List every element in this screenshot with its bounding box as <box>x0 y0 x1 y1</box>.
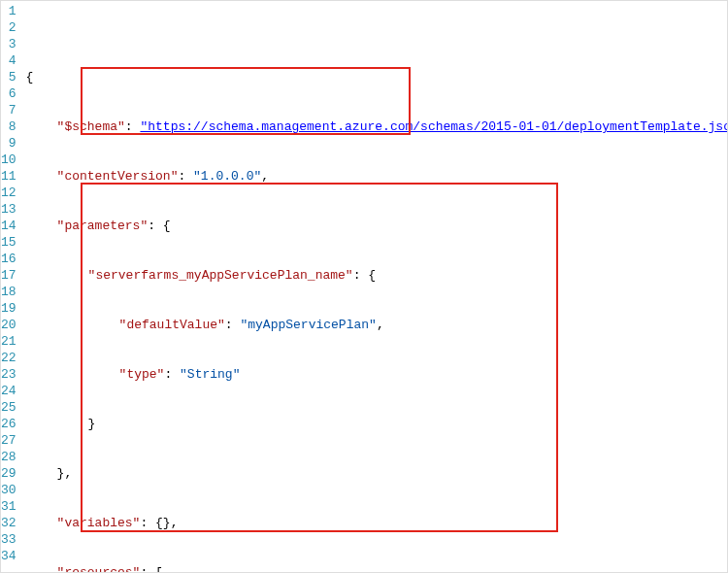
code-content[interactable]: { "$schema": "https://schema.management.… <box>26 1 728 572</box>
code-line: }, <box>26 465 728 482</box>
code-line: "defaultValue": "myAppServicePlan", <box>26 317 728 333</box>
line-number: 17 <box>1 267 17 284</box>
line-number: 25 <box>1 399 17 416</box>
line-number: 3 <box>1 36 17 52</box>
line-number: 2 <box>1 19 17 36</box>
line-number: 32 <box>1 515 17 531</box>
line-number: 33 <box>1 531 17 548</box>
line-number-gutter: 1 2 3 4 5 6 7 8 9 10 11 12 13 14 15 16 1… <box>1 1 26 572</box>
line-number: 27 <box>1 432 17 449</box>
line-number: 4 <box>1 52 17 69</box>
code-line: { <box>26 69 728 85</box>
code-line: "variables": {}, <box>26 515 728 531</box>
line-number: 31 <box>1 498 17 515</box>
code-line: "$schema": "https://schema.management.az… <box>26 118 728 135</box>
line-number: 30 <box>1 482 17 498</box>
line-number: 7 <box>1 102 17 118</box>
line-number: 13 <box>1 201 17 218</box>
line-number: 6 <box>1 85 17 102</box>
line-number: 21 <box>1 333 17 350</box>
line-number: 22 <box>1 350 17 366</box>
line-number: 5 <box>1 69 17 85</box>
line-number: 29 <box>1 465 17 482</box>
line-number: 16 <box>1 251 17 267</box>
line-number: 1 <box>1 3 17 19</box>
line-number: 8 <box>1 118 17 135</box>
code-line: "type": "String" <box>26 366 728 383</box>
line-number: 20 <box>1 317 17 333</box>
code-line: "parameters": { <box>26 218 728 234</box>
line-number: 12 <box>1 185 17 201</box>
line-number: 14 <box>1 218 17 234</box>
line-number: 11 <box>1 168 17 185</box>
code-editor[interactable]: 1 2 3 4 5 6 7 8 9 10 11 12 13 14 15 16 1… <box>1 1 727 572</box>
line-number: 18 <box>1 284 17 300</box>
line-number: 28 <box>1 449 17 465</box>
code-line: "contentVersion": "1.0.0.0", <box>26 168 728 185</box>
line-number: 9 <box>1 135 17 152</box>
line-number: 15 <box>1 234 17 251</box>
code-line: "serverfarms_myAppServicePlan_name": { <box>26 267 728 284</box>
code-line: "resources": [ <box>26 564 728 573</box>
line-number: 23 <box>1 366 17 383</box>
line-number: 24 <box>1 383 17 399</box>
line-number: 19 <box>1 300 17 317</box>
code-line: } <box>26 416 728 432</box>
line-number: 10 <box>1 152 17 168</box>
line-number: 34 <box>1 548 17 564</box>
line-number: 26 <box>1 416 17 432</box>
